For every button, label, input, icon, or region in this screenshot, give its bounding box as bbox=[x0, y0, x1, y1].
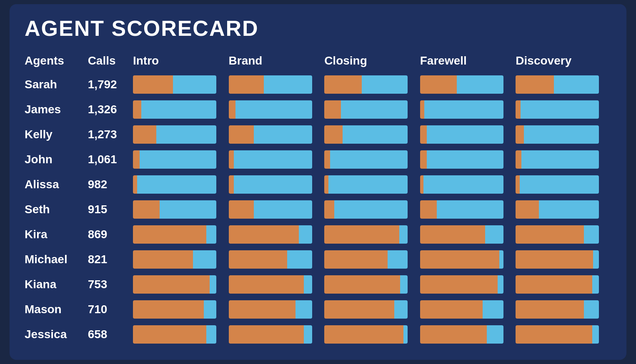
bar-segment-orange bbox=[516, 75, 554, 94]
bar-segment-blue bbox=[287, 250, 312, 269]
bar-intro bbox=[133, 148, 229, 171]
bar-segment-blue bbox=[235, 100, 312, 119]
bar-segment-blue bbox=[403, 325, 408, 344]
bar-segment-blue bbox=[520, 175, 599, 194]
bar-segment-orange bbox=[229, 275, 304, 294]
table-row: Mason710 bbox=[25, 298, 611, 321]
bar-segment-blue bbox=[394, 300, 408, 319]
bar-segment-blue bbox=[584, 225, 599, 244]
agent-name: Kelly bbox=[25, 123, 88, 146]
bar-segment-blue bbox=[427, 125, 503, 144]
agent-name: John bbox=[25, 148, 88, 171]
bar-segment-orange bbox=[229, 100, 235, 119]
bar-segment-orange bbox=[324, 300, 394, 319]
table-row: John1,061 bbox=[25, 148, 611, 171]
bar-segment-blue bbox=[234, 150, 312, 169]
bar-farewell bbox=[420, 198, 516, 221]
bar-closing bbox=[324, 198, 420, 221]
bar-intro bbox=[133, 173, 229, 196]
bar-discovery bbox=[516, 223, 611, 246]
bar-segment-orange bbox=[324, 150, 330, 169]
bar-segment-orange bbox=[133, 275, 210, 294]
bar-segment-orange bbox=[420, 125, 427, 144]
bar-segment-blue bbox=[210, 275, 216, 294]
bar-intro bbox=[133, 323, 229, 346]
scorecard-card: AGENT SCORECARD Agents Calls Intro Brand… bbox=[10, 4, 626, 360]
bar-farewell bbox=[420, 298, 516, 321]
bar-segment-blue bbox=[400, 275, 408, 294]
bar-segment-blue bbox=[295, 300, 312, 319]
bar-segment-orange bbox=[420, 325, 487, 344]
table-row: Seth915 bbox=[25, 198, 611, 221]
bar-segment-blue bbox=[524, 125, 599, 144]
bar-segment-blue bbox=[343, 125, 408, 144]
bar-segment-blue bbox=[487, 325, 503, 344]
bar-segment-orange bbox=[516, 175, 520, 194]
bar-segment-orange bbox=[324, 125, 343, 144]
agent-calls: 658 bbox=[88, 323, 133, 346]
bar-discovery bbox=[516, 73, 611, 96]
bar-segment-blue bbox=[206, 225, 216, 244]
bar-segment-orange bbox=[420, 275, 498, 294]
bar-farewell bbox=[420, 273, 516, 296]
bar-segment-orange bbox=[516, 150, 521, 169]
header-agent: Agents bbox=[25, 51, 88, 71]
bar-segment-orange bbox=[420, 150, 427, 169]
bar-segment-orange bbox=[133, 325, 206, 344]
bar-closing bbox=[324, 98, 420, 121]
agent-name: Kiana bbox=[25, 273, 88, 296]
bar-segment-blue bbox=[160, 200, 216, 219]
bar-farewell bbox=[420, 123, 516, 146]
agent-name: Alissa bbox=[25, 173, 88, 196]
bar-segment-blue bbox=[341, 100, 408, 119]
agent-calls: 1,061 bbox=[88, 148, 133, 171]
agent-name: Seth bbox=[25, 198, 88, 221]
table-row: James1,326 bbox=[25, 98, 611, 121]
bar-segment-orange bbox=[324, 175, 328, 194]
agent-name: Sarah bbox=[25, 73, 88, 96]
bar-segment-orange bbox=[516, 275, 592, 294]
bar-segment-blue bbox=[204, 300, 216, 319]
bar-segment-blue bbox=[334, 200, 408, 219]
bar-segment-blue bbox=[423, 175, 503, 194]
agent-name: Jessica bbox=[25, 323, 88, 346]
bar-segment-blue bbox=[499, 250, 503, 269]
agent-calls: 710 bbox=[88, 298, 133, 321]
bar-segment-blue bbox=[437, 200, 503, 219]
bar-segment-orange bbox=[229, 200, 254, 219]
bar-segment-blue bbox=[140, 150, 216, 169]
bar-segment-orange bbox=[229, 300, 295, 319]
bar-segment-orange bbox=[229, 125, 254, 144]
bar-segment-orange bbox=[324, 325, 403, 344]
bar-segment-orange bbox=[516, 325, 592, 344]
table-row: Jessica658 bbox=[25, 323, 611, 346]
bar-segment-orange bbox=[420, 75, 457, 94]
page-title: AGENT SCORECARD bbox=[25, 16, 611, 41]
bar-intro bbox=[133, 298, 229, 321]
agent-calls: 1,326 bbox=[88, 98, 133, 121]
bar-farewell bbox=[420, 323, 516, 346]
table-row: Kelly1,273 bbox=[25, 123, 611, 146]
table-row: Kiana753 bbox=[25, 273, 611, 296]
bar-discovery bbox=[516, 298, 611, 321]
table-row: Michael821 bbox=[25, 248, 611, 271]
bar-segment-blue bbox=[173, 75, 216, 94]
bar-segment-orange bbox=[229, 150, 234, 169]
bar-discovery bbox=[516, 248, 611, 271]
bar-discovery bbox=[516, 173, 611, 196]
bar-segment-orange bbox=[420, 300, 483, 319]
bar-segment-orange bbox=[133, 250, 193, 269]
bar-segment-blue bbox=[304, 325, 312, 344]
agent-calls: 915 bbox=[88, 198, 133, 221]
bar-segment-blue bbox=[156, 125, 216, 144]
header-calls: Calls bbox=[88, 51, 133, 71]
bar-brand bbox=[229, 148, 325, 171]
bar-segment-blue bbox=[592, 325, 599, 344]
bar-intro bbox=[133, 273, 229, 296]
agent-name: Michael bbox=[25, 248, 88, 271]
table-row: Alissa982 bbox=[25, 173, 611, 196]
bar-segment-orange bbox=[420, 175, 423, 194]
bar-segment-blue bbox=[264, 75, 312, 94]
bar-segment-blue bbox=[141, 100, 216, 119]
bar-segment-blue bbox=[328, 175, 408, 194]
